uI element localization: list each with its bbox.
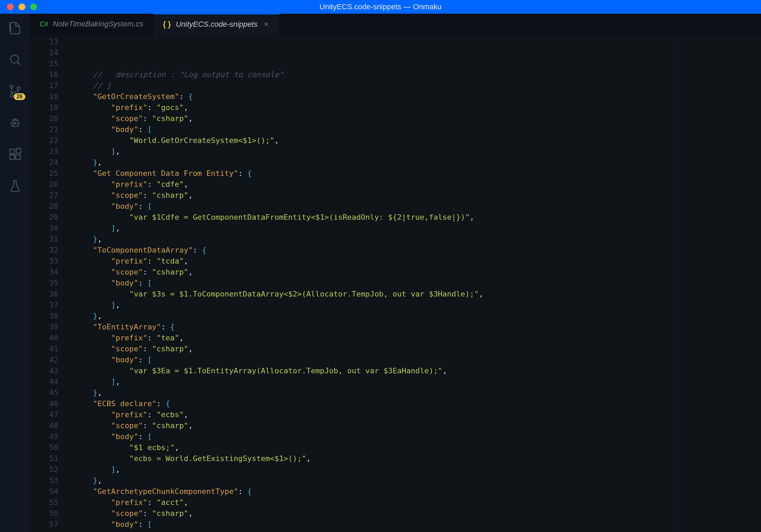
line-number: 38 <box>30 311 58 322</box>
token-string: "csharp" <box>152 114 188 123</box>
code-line[interactable]: "scope": "csharp", <box>75 343 761 354</box>
code-line[interactable]: // description : "Log output to console" <box>75 69 761 80</box>
code-line[interactable]: }, <box>75 234 761 245</box>
search-activity[interactable] <box>8 52 23 67</box>
code-line[interactable]: "body": [ <box>75 201 761 212</box>
token-bracket: { <box>247 169 252 178</box>
token-punct: , <box>116 224 120 232</box>
token-punct: , <box>188 268 193 276</box>
token-punct: , <box>188 344 193 353</box>
token-punct: , <box>179 334 184 342</box>
token-punct: : <box>161 323 170 331</box>
line-number: 36 <box>30 289 58 300</box>
token-punct: , <box>306 454 311 463</box>
line-number: 55 <box>30 497 58 508</box>
code-line[interactable]: "body": [ <box>75 519 761 530</box>
line-number: 21 <box>30 124 58 135</box>
code-line[interactable]: "GetArchetypeChunkComponentType": { <box>75 486 761 497</box>
token-bracket: } <box>93 388 97 397</box>
code-line[interactable]: "body": [ <box>75 354 761 365</box>
token-key: "GetOrCreateSystem" <box>93 92 179 101</box>
token-string: "csharp" <box>152 191 188 200</box>
code-line[interactable]: "World.GetOrCreateSystem<$1>();", <box>75 135 761 146</box>
tab-1[interactable]: { }UnityECS.code-snippets× <box>153 14 280 34</box>
token-punct: : <box>147 180 157 189</box>
close-window-button[interactable] <box>7 3 14 10</box>
code-line[interactable]: "Get Component Data From Entity": { <box>75 168 761 179</box>
tab-label: NoteTimeBakingSystem.cs <box>53 20 143 28</box>
tab-label: UnityECS.code-snippets <box>176 20 257 29</box>
code-line[interactable]: "scope": "csharp", <box>75 267 761 278</box>
tab-0[interactable]: C#NoteTimeBakingSystem.cs <box>30 14 153 34</box>
code-line[interactable]: "scope": "csharp", <box>75 420 761 431</box>
close-icon[interactable]: × <box>262 21 270 28</box>
code-line[interactable]: "ToComponentDataArray": { <box>75 245 761 256</box>
code-line[interactable]: "ECBS declare": { <box>75 398 761 409</box>
code-line[interactable]: "prefix": "cdfe", <box>75 179 761 190</box>
line-number: 28 <box>30 201 58 212</box>
code-line[interactable]: ], <box>75 376 761 387</box>
code-line[interactable]: ], <box>75 464 761 475</box>
code-line[interactable]: "$1Type = GetArchetypeChunkComponentType… <box>75 530 761 532</box>
code-line[interactable]: ], <box>75 146 761 157</box>
line-number-gutter: 1314151617181920212223242526272829303132… <box>30 34 75 532</box>
maximize-window-button[interactable] <box>30 3 37 10</box>
extensions-activity[interactable] <box>8 147 23 162</box>
code-content[interactable]: // description : "Log output to console"… <box>75 34 761 532</box>
token-key: "prefix" <box>111 257 147 265</box>
line-number: 31 <box>30 234 58 245</box>
code-line[interactable]: ], <box>75 223 761 234</box>
code-line[interactable]: "ecbs = World.GetExistingSystem<$1>();", <box>75 453 761 464</box>
explorer-activity[interactable] <box>8 21 23 36</box>
line-number: 41 <box>30 343 58 354</box>
token-punct: : <box>147 257 157 265</box>
code-line[interactable]: "ToEntityArray": { <box>75 322 761 332</box>
code-line[interactable]: "var $3s = $1.ToComponentDataArray<$2>(A… <box>75 289 761 300</box>
code-line[interactable]: }, <box>75 475 761 486</box>
code-line[interactable]: "prefix": "ecbs", <box>75 409 761 420</box>
code-line[interactable]: "body": [ <box>75 278 761 289</box>
svg-point-0 <box>11 55 19 63</box>
code-line[interactable]: "var $1Cdfe = GetComponentDataFromEntity… <box>75 212 761 223</box>
code-line[interactable]: "body": [ <box>75 431 761 442</box>
token-key: "body" <box>111 202 138 210</box>
line-number: 48 <box>30 420 58 431</box>
code-line[interactable]: "scope": "csharp", <box>75 508 761 519</box>
code-line[interactable]: "scope": "csharp", <box>75 113 761 124</box>
editor-body[interactable]: 1314151617181920212223242526272829303132… <box>30 34 761 532</box>
token-bracket: [ <box>147 355 152 364</box>
code-line[interactable]: }, <box>75 311 761 322</box>
token-key: "prefix" <box>111 410 147 419</box>
token-string: "cdfe" <box>156 180 183 189</box>
debug-activity[interactable] <box>8 115 23 130</box>
token-key: "body" <box>111 355 138 364</box>
code-line[interactable]: // } <box>75 80 761 91</box>
code-line[interactable]: "prefix": "acct", <box>75 497 761 508</box>
code-line[interactable]: ], <box>75 300 761 311</box>
token-punct: , <box>188 421 193 430</box>
code-line[interactable]: "prefix": "gocs", <box>75 102 761 113</box>
json-file-icon: { } <box>163 20 171 28</box>
token-bracket: [ <box>147 279 152 287</box>
token-punct: , <box>97 312 102 320</box>
token-punct: , <box>184 257 188 265</box>
line-number: 37 <box>30 300 58 311</box>
source-control-activity[interactable]: 26 <box>8 84 23 99</box>
code-line[interactable]: "scope": "csharp", <box>75 190 761 201</box>
code-line[interactable]: }, <box>75 387 761 398</box>
code-line[interactable]: "prefix": "tcda", <box>75 256 761 267</box>
code-line[interactable]: "$1 ecbs;", <box>75 442 761 453</box>
code-line[interactable]: "prefix": "tea", <box>75 332 761 343</box>
code-line[interactable]: "var $3Ea = $1.ToEntityArray(Allocator.T… <box>75 365 761 376</box>
token-punct: , <box>174 443 179 452</box>
line-number: 52 <box>30 464 58 475</box>
code-line[interactable]: }, <box>75 157 761 168</box>
minimize-window-button[interactable] <box>19 3 25 10</box>
svg-point-2 <box>10 94 13 97</box>
testing-activity[interactable] <box>8 178 23 193</box>
token-bracket: ] <box>111 147 116 156</box>
code-line[interactable]: "body": [ <box>75 124 761 135</box>
token-string: "World.GetOrCreateSystem<$1>();" <box>129 136 275 145</box>
code-line[interactable]: "GetOrCreateSystem": { <box>75 91 761 102</box>
token-key: "scope" <box>111 191 143 200</box>
